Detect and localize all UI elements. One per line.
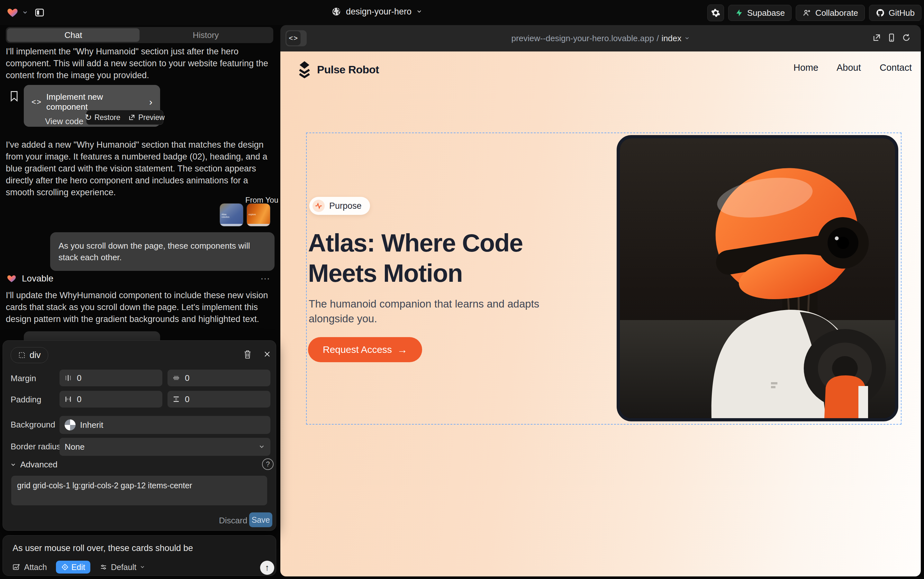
tailwind-classes-textarea[interactable]: grid grid-cols-1 lg:grid-cols-2 gap-12 i…	[11, 476, 267, 505]
collaborate-button[interactable]: Collaborate	[796, 5, 865, 21]
border-radius-label: Border radius	[11, 442, 61, 451]
chevron-down-icon	[684, 35, 690, 41]
preview-button[interactable]: Preview	[128, 113, 165, 122]
project-menu[interactable]: design-your-hero	[331, 7, 423, 17]
hero-robot-image	[617, 135, 898, 421]
target-icon	[61, 563, 69, 571]
message-hover-actions: ↻ Restore Preview	[86, 110, 163, 125]
purpose-badge: Purpose	[309, 197, 370, 215]
selected-element-chip[interactable]: div	[11, 347, 48, 363]
project-chevron-icon	[416, 8, 423, 15]
attachment-thumbnail-blue[interactable]: Atlasrobotics	[220, 203, 243, 226]
composer-input[interactable]: As user mouse roll over, these cards sho…	[13, 543, 193, 553]
padding-x-icon	[65, 396, 72, 403]
hero-title: Atlas: Where Code Meets Motion	[308, 228, 591, 288]
background-input[interactable]: Inherit	[59, 416, 270, 434]
margin-y-icon	[173, 375, 180, 381]
help-icon[interactable]: ?	[262, 458, 274, 470]
element-inspector-panel: div Margin Padding Background In	[3, 340, 276, 531]
padding-y-icon	[173, 396, 180, 403]
margin-label: Margin	[11, 373, 36, 383]
border-radius-select[interactable]: None	[59, 438, 270, 456]
chevron-down-icon	[10, 461, 16, 468]
nav-about[interactable]: About	[837, 62, 861, 73]
padding-x-input[interactable]	[59, 391, 162, 407]
assistant-message-3: I'll update the WhyHumanoid component to…	[6, 290, 270, 325]
tab-chat[interactable]: Chat	[7, 28, 140, 42]
request-access-button[interactable]: Request Access →	[308, 337, 422, 362]
sidebar-toggle-button[interactable]	[31, 5, 47, 21]
url-host: preview--design-your-hero.lovable.app	[511, 33, 654, 43]
chat-history-tabs: Chat History	[6, 27, 273, 43]
bookmark-icon[interactable]	[10, 91, 19, 101]
assistant-message-2: I've added a new "Why Humanoid" section …	[6, 139, 272, 198]
mobile-view-button[interactable]	[887, 33, 898, 44]
nav-contact[interactable]: Contact	[880, 62, 912, 73]
preview-panel: <> preview--design-your-hero.lovable.app…	[280, 25, 921, 576]
close-inspector-button[interactable]	[263, 350, 271, 358]
pulse-icon	[312, 200, 325, 212]
lovable-avatar-icon	[7, 274, 17, 283]
lovable-logo-icon[interactable]	[7, 7, 19, 18]
nav-home[interactable]: Home	[793, 62, 818, 73]
site-brand-name: Pulse Robot	[317, 63, 379, 76]
top-bar: design-your-hero Supabase Collaborate Gi…	[0, 0, 924, 25]
margin-x-icon	[65, 375, 72, 381]
margin-x-input[interactable]	[59, 370, 162, 386]
pulse-robot-logo-icon	[297, 61, 312, 79]
settings-button[interactable]	[707, 5, 724, 21]
delete-element-button[interactable]	[243, 350, 252, 359]
collaborate-icon	[803, 9, 811, 17]
supabase-button[interactable]: Supabase	[728, 5, 792, 21]
padding-label: Padding	[11, 395, 41, 405]
background-label: Background	[11, 420, 55, 430]
restore-icon: ↻	[85, 113, 92, 123]
model-selector[interactable]: Default	[100, 563, 145, 572]
github-icon	[876, 8, 885, 17]
restore-button[interactable]: ↻ Restore	[85, 113, 120, 123]
workspace-chevron-icon[interactable]	[22, 9, 28, 16]
phone-icon	[887, 33, 896, 43]
message-menu-button[interactable]: ⋯	[260, 273, 270, 284]
github-button[interactable]: GitHub	[869, 5, 921, 21]
app-window: design-your-hero Supabase Collaborate Gi…	[0, 0, 924, 579]
code-icon: <>	[31, 98, 42, 106]
supabase-icon	[735, 8, 743, 17]
dashed-selection-icon	[18, 351, 26, 359]
partially-hidden-card	[24, 331, 160, 341]
send-button[interactable]: ↑	[260, 561, 274, 575]
open-in-new-tab-button[interactable]	[872, 33, 883, 44]
sliders-icon	[100, 563, 108, 571]
assistant-message-1: I'll implement the "Why Humanoid" sectio…	[6, 46, 270, 82]
preview-toolbar: <> preview--design-your-hero.lovable.app…	[280, 25, 921, 51]
advanced-section-toggle[interactable]: Advanced	[10, 460, 57, 469]
hero-subtitle: The humanoid companion that learns and a…	[309, 296, 550, 326]
preview-url-bar[interactable]: preview--design-your-hero.lovable.app / …	[280, 25, 921, 51]
arrow-right-icon: →	[397, 344, 407, 356]
save-button[interactable]: Save	[249, 512, 272, 527]
edit-mode-button[interactable]: Edit	[56, 561, 90, 574]
close-icon	[263, 350, 271, 358]
arrow-up-icon: ↑	[265, 563, 269, 573]
attachment-thumbnail-orange[interactable]: explore	[247, 203, 270, 226]
site-logo[interactable]: Pulse Robot	[297, 61, 379, 79]
chevron-down-icon	[140, 564, 145, 570]
tool-card-title: Implement new component	[46, 92, 145, 112]
project-name: design-your-hero	[346, 7, 411, 17]
refresh-button[interactable]	[901, 33, 913, 44]
chat-composer: As user mouse roll over, these cards sho…	[3, 535, 276, 576]
refresh-icon	[901, 33, 911, 43]
gear-icon	[711, 8, 720, 18]
site-canvas: Pulse Robot Home About Contact Purpose A…	[280, 51, 921, 576]
external-link-icon	[872, 33, 882, 43]
margin-y-input[interactable]	[168, 370, 270, 386]
tab-history[interactable]: History	[140, 28, 272, 42]
color-swatch-icon	[65, 419, 75, 430]
attach-button[interactable]: Attach	[12, 563, 47, 572]
discard-button[interactable]: Discard	[219, 516, 247, 526]
chevron-down-icon	[258, 443, 265, 450]
user-message-bubble: As you scroll down the page, these compo…	[50, 232, 274, 271]
project-globe-icon	[331, 7, 341, 17]
chevron-right-icon: ›	[149, 96, 152, 108]
padding-y-input[interactable]	[168, 391, 270, 407]
